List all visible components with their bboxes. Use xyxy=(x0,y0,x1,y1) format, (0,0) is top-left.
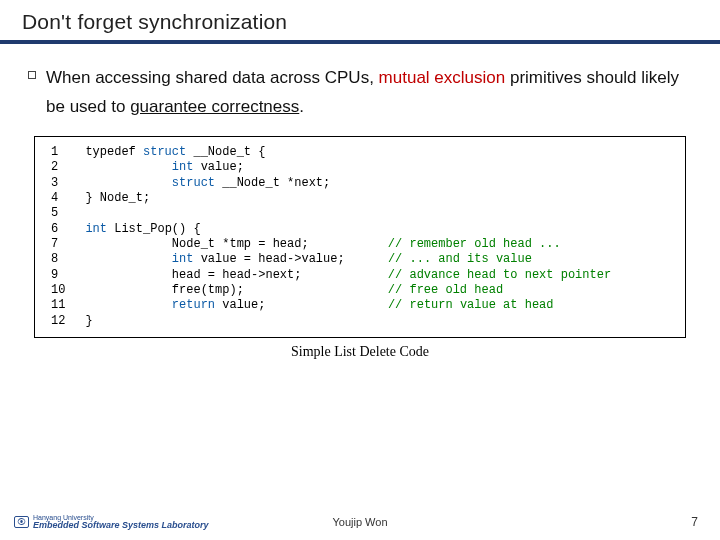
title-bar: Don't forget synchronization xyxy=(0,0,720,44)
line-numbers: 1 2 3 4 5 6 7 8 9 10 11 12 xyxy=(39,145,85,329)
content-area: When accessing shared data across CPUs, … xyxy=(0,44,720,360)
body-underline: guarantee correctness xyxy=(130,97,299,116)
code-listing: typedef struct __Node_t { int value; str… xyxy=(85,145,675,329)
square-bullet-icon xyxy=(28,71,36,79)
page-number: 7 xyxy=(691,515,698,529)
footer: ⦿ Hanyang University Embedded Software S… xyxy=(0,514,720,530)
bullet-row: When accessing shared data across CPUs, … xyxy=(28,64,692,122)
slide-title: Don't forget synchronization xyxy=(22,10,720,34)
logo-line2: Embedded Software Systems Laboratory xyxy=(33,521,209,530)
code-caption: Simple List Delete Code xyxy=(28,344,692,360)
body-text: When accessing shared data across CPUs, … xyxy=(46,64,692,122)
body-highlight: mutual exclusion xyxy=(379,68,506,87)
body-post: . xyxy=(299,97,304,116)
footer-logo: ⦿ Hanyang University Embedded Software S… xyxy=(14,514,209,530)
code-box: 1 2 3 4 5 6 7 8 9 10 11 12 typedef struc… xyxy=(34,136,686,338)
footer-author: Youjip Won xyxy=(332,516,387,528)
logo-icon: ⦿ xyxy=(14,516,29,528)
body-pre: When accessing shared data across CPUs, xyxy=(46,68,379,87)
